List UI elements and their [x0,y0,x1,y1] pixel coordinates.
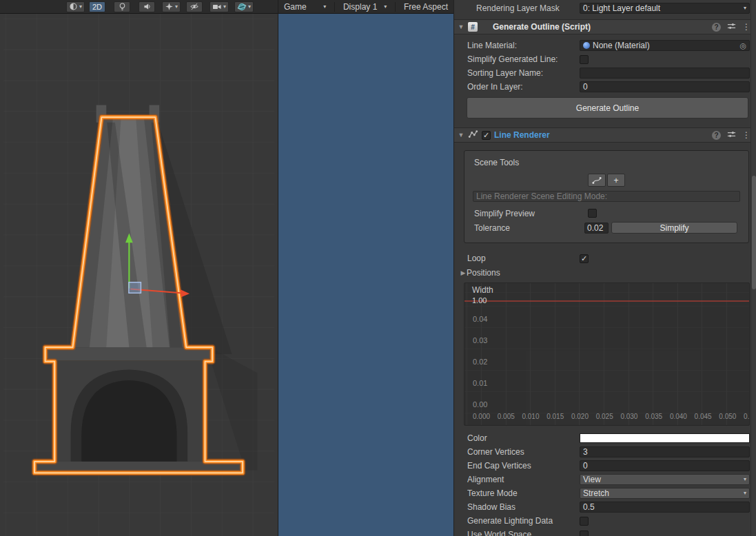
width-x-tick: 0.050 [719,413,736,420]
positions-label: Positions [467,268,500,278]
foldout-open-icon[interactable]: ▼ [458,23,464,30]
texture-mode-row: Texture Mode Stretch ▾ [454,486,756,500]
shaded-sphere-icon [69,2,78,11]
alignment-dropdown[interactable]: View ▾ [580,474,750,485]
generate-lighting-data-checkbox[interactable] [580,517,589,526]
display-dropdown[interactable]: Display 1 ▾ [338,0,392,13]
shadow-bias-row: Shadow Bias 0.5 [454,500,756,514]
scene-lighting-button[interactable] [114,1,130,12]
scene-tools-buttons: + [464,174,748,187]
chevron-down-icon: ▾ [744,477,746,482]
use-world-space-checkbox[interactable] [580,530,589,536]
width-curve-line[interactable] [464,300,749,302]
shadow-bias-input[interactable]: 0.5 [580,502,750,513]
scene-editing-mode-field[interactable]: Line Renderer Scene Editing Mode: [473,191,740,202]
toolbar-separator [334,2,335,12]
game-toolbar: Game ▾ Display 1 ▾ Free Aspect [278,0,453,14]
tolerance-input[interactable]: 0.02 [584,223,609,234]
width-y-tick: 0.03 [473,336,487,344]
texture-mode-value: Stretch [583,488,609,499]
presets-icon[interactable] [727,130,736,141]
width-axis-max: 1.00 [472,296,487,305]
scene-visibility-button[interactable] [186,1,203,12]
rendering-layer-mask-value: 0: Light Layer default [583,3,660,14]
help-icon[interactable]: ? [712,131,721,140]
2d-mode-label: 2D [92,3,102,11]
shadow-bias-label: Shadow Bias [467,502,580,512]
width-curve-editor[interactable]: Width 1.00 0.04 0.03 0.02 0.01 0.00 0.00… [464,282,750,426]
kebab-menu-icon[interactable]: ⋮ [742,22,750,32]
game-menu-dropdown[interactable]: Game ▾ [278,0,331,13]
generate-outline-button-label: Generate Outline [576,103,639,113]
loop-checkbox[interactable]: ✓ [580,254,589,263]
line-material-object-field[interactable]: None (Material) ◎ [580,40,750,51]
width-label: Width [472,285,493,295]
object-picker-icon[interactable]: ◎ [739,41,746,51]
chevron-down-icon: ▾ [175,4,178,10]
generate-outline-button[interactable]: Generate Outline [467,97,748,118]
presets-icon[interactable] [727,22,736,32]
scene-camera-button[interactable]: ▾ [210,1,229,12]
color-row: Color [454,431,756,445]
speaker-icon [143,2,152,11]
gizmo-plane-handle[interactable] [129,282,141,293]
simplify-generated-line-checkbox[interactable] [580,55,589,64]
edit-points-tool-button[interactable] [588,174,606,187]
game-panel: Game ▾ Display 1 ▾ Free Aspect [278,0,453,536]
positions-row[interactable]: ▶ Positions [454,267,756,279]
gizmos-button[interactable]: ▾ [234,1,254,12]
simplify-generated-line-row: Simplify Generated Line: [454,52,756,66]
simplify-button-label: Simplify [660,223,688,233]
simplify-button[interactable]: Simplify [611,222,737,234]
width-x-tick: 0.015 [546,413,564,420]
simplify-preview-checkbox[interactable] [588,209,597,218]
rendering-layer-mask-dropdown[interactable]: 0: Light Layer default ▾ [580,3,750,14]
width-x-tick: 0.0 [744,413,750,420]
simplify-generated-line-label: Simplify Generated Line: [467,54,580,64]
scene-view-canvas[interactable] [0,14,278,536]
line-renderer-title: Line Renderer [494,130,550,140]
foldout-open-icon[interactable]: ▼ [458,132,464,138]
light-bulb-icon [118,2,127,11]
color-swatch[interactable] [580,433,750,443]
order-in-layer-label: Order In Layer: [467,82,580,92]
scene-effects-button[interactable]: ▾ [162,1,181,12]
loop-row: Loop ✓ [454,251,756,265]
texture-mode-dropdown[interactable]: Stretch ▾ [580,488,750,499]
add-points-tool-button[interactable]: + [607,174,625,187]
shading-mode-button[interactable]: ▾ [66,1,85,12]
loop-label: Loop [467,254,580,263]
tolerance-row: Tolerance 0.02 Simplify [464,221,748,234]
tolerance-label: Tolerance [474,223,584,233]
scene-editing-mode-placeholder: Line Renderer Scene Editing Mode: [476,192,607,201]
width-x-tick: 0.005 [498,413,515,420]
simplify-preview-row: Simplify Preview [464,207,748,220]
scene-svg [0,14,278,536]
shadow-bias-value: 0.5 [583,502,595,513]
foldout-closed-icon[interactable]: ▶ [460,269,467,276]
game-view-canvas[interactable] [278,14,453,536]
end-cap-vertices-input[interactable]: 0 [580,460,750,471]
order-in-layer-input[interactable]: 0 [580,81,750,92]
width-x-tick: 0.030 [620,413,637,420]
toolbar-separator [395,2,396,12]
sorting-layer-name-input[interactable] [580,68,750,79]
help-icon[interactable]: ? [712,23,721,32]
line-renderer-enabled-checkbox[interactable]: ✓ [482,131,491,140]
kebab-menu-icon[interactable]: ⋮ [742,130,750,140]
corner-vertices-row: Corner Vertices 3 [454,445,756,459]
scene-audio-button[interactable] [139,1,155,12]
inspector-scrollbar[interactable] [750,0,756,536]
texture-mode-label: Texture Mode [467,488,580,498]
order-in-layer-row: Order In Layer: 0 [454,80,756,94]
inspector-scrollbar-thumb[interactable] [752,176,756,289]
line-renderer-header[interactable]: ▼ ✓ Line Renderer ? ⋮ [454,127,756,143]
order-in-layer-value: 0 [583,82,588,92]
corner-vertices-input[interactable]: 3 [580,446,750,457]
inspector-panel: Rendering Layer Mask 0: Light Layer defa… [453,0,756,536]
2d-mode-button[interactable]: 2D [89,1,105,12]
simplify-preview-label: Simplify Preview [474,209,588,218]
generate-outline-header[interactable]: ▼ # Generate Outline (Script) ? ⋮ [454,19,756,34]
aspect-dropdown[interactable]: Free Aspect [398,0,453,13]
chevron-down-icon: ▾ [744,491,746,496]
